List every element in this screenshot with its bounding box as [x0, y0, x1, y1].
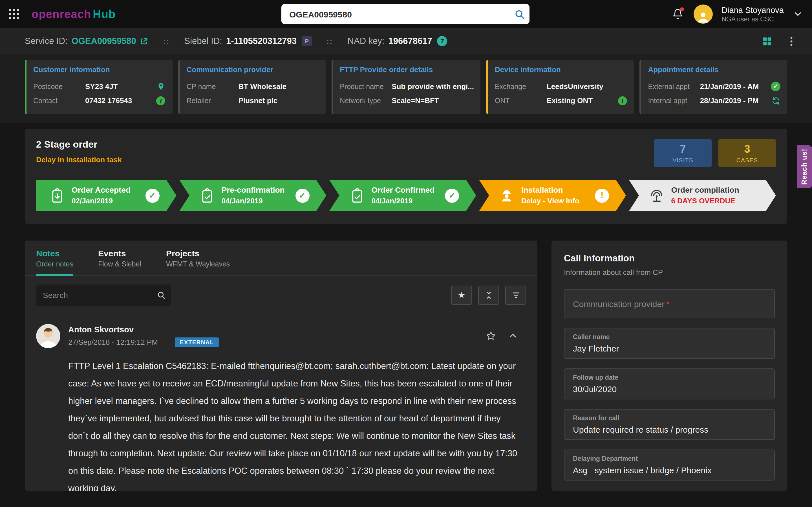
caller-name-field[interactable]: Caller name Jay Fletcher	[564, 328, 775, 359]
tab-label: Notes	[36, 248, 73, 258]
notifications-bell-icon[interactable]	[671, 7, 684, 21]
collapse-notes-button[interactable]	[478, 286, 499, 305]
row-value: 21/Jan/2019 - AM	[700, 82, 759, 91]
location-pin-icon[interactable]	[156, 82, 166, 91]
notes-search-input[interactable]	[43, 291, 157, 300]
card-row: CP name BT Wholesale	[187, 79, 319, 94]
star-outline-icon[interactable]	[486, 331, 496, 341]
card-row: Internal appt 28/Jan/2019 - PM	[648, 94, 781, 108]
notes-tabs: Notes Order notes Events Flow & Siebel P…	[25, 240, 538, 276]
clipboard-download-icon	[50, 188, 65, 203]
favourite-notes-button[interactable]: ★	[451, 286, 472, 305]
card-fttp-order-details: FTTP Provide order details Product name …	[331, 60, 481, 114]
order-stage-title: 2 Stage order	[36, 139, 121, 151]
row-label: ONT	[495, 97, 547, 105]
filter-notes-button[interactable]	[505, 286, 526, 305]
tab-notes[interactable]: Notes Order notes	[36, 248, 73, 276]
search-icon[interactable]	[509, 4, 529, 24]
step-order-confirmed[interactable]: Order Confirmed 04/Jan/2019 ✓	[329, 180, 476, 211]
required-asterisk: *	[666, 299, 669, 308]
router-signal-icon	[649, 188, 664, 203]
nad-key-label: NAD key:	[348, 36, 385, 46]
row-label: Product name	[340, 82, 392, 91]
note-body-text: FTTP Level 1 Escalation C5462183: E-mail…	[68, 357, 519, 491]
check-circle-icon: ✓	[445, 188, 459, 203]
tab-projects[interactable]: Projects WFMT & Wayleaves	[166, 248, 230, 276]
step-subtitle: Delay - View Info	[521, 196, 579, 206]
clipboard-check-icon	[349, 188, 364, 203]
apps-grid-icon[interactable]	[9, 9, 19, 19]
tab-sublabel: WFMT & Wayleaves	[166, 260, 230, 268]
check-circle-icon: ✓	[771, 82, 780, 91]
separator: ::	[326, 37, 333, 46]
topbar: openreachHub Diana Stoyanova NGA user as…	[0, 0, 812, 28]
search-input[interactable]	[282, 9, 509, 19]
communication-provider-select[interactable]: Communication provider *	[564, 289, 775, 318]
step-subtitle: 04/Jan/2019	[371, 196, 435, 206]
step-texts: Order compilation 6 DAYS OVERDUE	[671, 185, 739, 206]
note-meta: 27/Sep/2018 - 12:19:12 PM EXTERNAL	[68, 337, 219, 347]
follow-up-date-field[interactable]: Follow up date 30/Jul/2020	[564, 369, 775, 399]
exclamation-circle-icon: !	[595, 188, 609, 203]
field-value: Asg –system issue / bridge / Phoenix	[573, 465, 766, 475]
card-row: External appt 21/Jan/2019 - AM ✓	[648, 79, 781, 94]
search-icon	[157, 291, 166, 300]
notes-search-box	[36, 284, 171, 306]
card-row: Postcode SY23 4JT	[33, 79, 166, 94]
card-row: Contact 07432 176543 i	[33, 94, 166, 108]
external-link-icon[interactable]	[140, 37, 149, 45]
reason-for-call-field[interactable]: Reason for call Update required re statu…	[564, 409, 775, 440]
tab-events[interactable]: Events Flow & Siebel	[98, 248, 141, 276]
filter-icon	[511, 291, 520, 300]
refresh-icon[interactable]	[771, 96, 780, 105]
tab-sublabel: Order notes	[36, 260, 73, 268]
cases-stat[interactable]: 3 CASES	[718, 139, 776, 167]
step-texts: Order Accepted 02/Jan/2019	[71, 185, 131, 206]
delaying-department-field[interactable]: Delaying Department Asg –system issue / …	[564, 450, 775, 481]
service-id-label: Service ID:	[25, 36, 68, 46]
user-role: NGA user as CSC	[721, 15, 784, 23]
chevron-up-icon[interactable]	[507, 331, 518, 341]
engineer-hardhat-icon	[499, 188, 515, 203]
user-avatar[interactable]	[693, 4, 712, 24]
field-label: Caller name	[573, 334, 766, 340]
step-subtitle: 04/Jan/2019	[221, 196, 285, 206]
reach-us-tab[interactable]: Reach us!	[797, 145, 812, 188]
step-installation-delay[interactable]: Installation Delay - View Info !	[479, 180, 626, 211]
summary-cards-band: Customer information Postcode SY23 4JT C…	[0, 54, 812, 123]
step-pre-confirmation[interactable]: Pre-confirmation 04/Jan/2019 ✓	[179, 180, 326, 211]
field-label: Delaying Department	[573, 455, 766, 462]
collapse-icon	[484, 291, 493, 300]
openreach-logo[interactable]: openreachHub	[32, 8, 116, 20]
visits-stat[interactable]: 7 VISITS	[654, 139, 712, 167]
idbar-actions	[762, 36, 796, 47]
row-label: External appt	[648, 82, 700, 91]
grid-view-icon[interactable]	[762, 36, 772, 47]
card-customer-information: Customer information Postcode SY23 4JT C…	[25, 60, 172, 114]
check-circle-icon: ✓	[295, 188, 309, 203]
field-placeholder: Communication provider	[573, 299, 665, 308]
app-window: openreachHub Diana Stoyanova NGA user as…	[0, 0, 812, 507]
card-title: Device information	[495, 65, 627, 74]
row-value: 28/Jan/2019 - PM	[700, 96, 759, 105]
note-author-avatar	[36, 324, 60, 348]
chevron-down-icon[interactable]	[793, 9, 803, 19]
nad-count-badge[interactable]: 7	[437, 36, 448, 46]
step-title: Order Accepted	[71, 185, 131, 195]
note-header: Anton Skvortsov 27/Sep/2018 - 12:19:12 P…	[36, 324, 526, 348]
siebel-p-badge[interactable]: P	[302, 36, 312, 46]
topbar-right: Diana Stoyanova NGA user as CSC	[671, 4, 803, 24]
row-label: CP name	[187, 82, 239, 91]
siebel-id-value: 1-1105520312793	[226, 36, 297, 46]
user-name: Diana Stoyanova	[721, 5, 784, 15]
service-id-value[interactable]: OGEA00959580	[71, 36, 136, 46]
step-order-compilation[interactable]: Order compilation 6 DAYS OVERDUE	[629, 180, 776, 211]
kebab-menu-icon[interactable]	[786, 36, 796, 46]
star-icon: ★	[458, 290, 465, 300]
info-circle-icon[interactable]: i	[156, 96, 166, 105]
check-circle-icon: ✓	[146, 188, 160, 203]
step-order-accepted[interactable]: Order Accepted 02/Jan/2019 ✓	[36, 180, 176, 211]
row-value: 07432 176543	[85, 96, 132, 105]
info-circle-icon[interactable]: i	[618, 96, 627, 105]
notes-tools: ★	[451, 286, 526, 305]
